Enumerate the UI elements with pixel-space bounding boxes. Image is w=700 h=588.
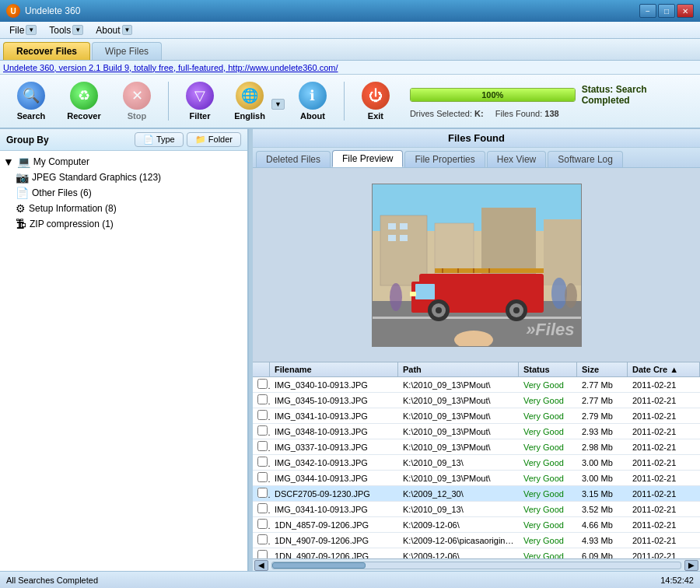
col-header-filename[interactable]: Filename (270, 362, 398, 376)
col-header-status[interactable]: Status (519, 362, 577, 376)
tree-item-zip[interactable]: 🗜 ZIP compression (1) (3, 216, 244, 232)
tree-zip-label: ZIP compression (1) (30, 219, 114, 229)
status-details: Drives Selected: K: Files Found: 138 (410, 109, 694, 118)
about-menu-arrow: ▼ (122, 25, 133, 35)
file-row[interactable]: IMG_0348-10-0913.JPG K:\2010_09_13\PMout… (253, 424, 700, 439)
menu-about[interactable]: About ▼ (89, 23, 138, 37)
file-checkbox-cell (253, 424, 270, 439)
file-list-body[interactable]: IMG_0340-10-0913.JPG K:\2010_09_13\PMout… (253, 377, 700, 558)
file-row[interactable]: 1DN_4907-09-1206.JPG K:\2009-12-06\ Very… (253, 548, 700, 558)
tree-my-computer[interactable]: ▼ 💻 My Computer (3, 154, 244, 170)
menu-tools[interactable]: Tools ▼ (43, 23, 89, 37)
tab-wipe-files[interactable]: Wipe Files (92, 42, 162, 60)
setup-icon: ⚙ (16, 202, 26, 215)
stop-button[interactable]: ✕ Stop (112, 78, 162, 124)
file-row[interactable]: IMG_0344-10-0913.JPG K:\2010_09_13\PMout… (253, 471, 700, 486)
progress-label: 100% (411, 89, 575, 101)
file-size: 4.66 Mb (577, 519, 628, 531)
file-row[interactable]: IMG_0341-10-0913.JPG K:\2010_09_13\PMout… (253, 408, 700, 424)
file-date: 2011-02-21 (628, 519, 700, 531)
main-tab-bar: Recover Files Wipe Files (0, 39, 700, 61)
file-checkbox[interactable] (257, 472, 268, 482)
col-header-date[interactable]: Date Cre ▲ (628, 362, 700, 376)
tab-deleted-files[interactable]: Deleted Files (256, 151, 331, 167)
file-checkbox-cell (253, 486, 270, 501)
tab-file-properties[interactable]: File Properties (404, 151, 485, 167)
file-size: 3.15 Mb (577, 488, 628, 500)
file-row[interactable]: IMG_0340-10-0913.JPG K:\2010_09_13\PMout… (253, 377, 700, 393)
right-tabs: Deleted Files File Preview File Properti… (253, 148, 700, 168)
info-link[interactable]: Undelete 360, version 2.1 Build 9, total… (3, 63, 338, 72)
preview-watermark: »Files (526, 320, 574, 340)
hscroll-right[interactable]: ▶ (684, 560, 698, 571)
file-checkbox[interactable] (257, 379, 268, 389)
english-dropdown-arrow[interactable]: ▼ (271, 99, 285, 110)
file-checkbox[interactable] (257, 519, 268, 529)
menu-file[interactable]: File ▼ (3, 23, 43, 37)
file-checkbox[interactable] (257, 534, 268, 544)
file-checkbox[interactable] (257, 441, 268, 451)
file-checkbox[interactable] (257, 425, 268, 436)
tab-software-log[interactable]: Software Log (548, 151, 623, 167)
file-filename: 1DN_4907-09-1206.JPG (270, 534, 398, 547)
file-row[interactable]: 1DN_4857-09-1206.JPG K:\2009-12-06\ Very… (253, 517, 700, 533)
file-checkbox[interactable] (257, 394, 268, 404)
file-tree[interactable]: ▼ 💻 My Computer 📷 JPEG Standard Graphics… (0, 151, 247, 571)
english-button[interactable]: 🌐 English ▼ (228, 78, 285, 124)
file-checkbox[interactable] (257, 488, 268, 498)
exit-button[interactable]: ⏻ Exit (351, 78, 401, 124)
file-checkbox-cell (253, 377, 270, 392)
svg-rect-7 (400, 223, 408, 229)
tab-hex-view[interactable]: Hex View (487, 151, 546, 167)
file-row[interactable]: 1DN_4907-09-1206.JPG K:\2009-12-06\picas… (253, 533, 700, 548)
col-header-size[interactable]: Size (577, 362, 628, 376)
file-date: 2011-02-21 (628, 550, 700, 559)
file-path: K:\2009-12-06\ (398, 519, 519, 531)
maximize-button[interactable]: □ (658, 4, 675, 18)
group-by-type-button[interactable]: 📄 Type (135, 132, 184, 147)
file-checkbox[interactable] (257, 410, 268, 420)
hscroll-thumb[interactable] (272, 562, 366, 569)
right-panel: Files Found Deleted Files File Preview F… (253, 129, 700, 571)
horizontal-scrollbar[interactable]: ◀ ▶ (253, 558, 700, 571)
tree-item-other[interactable]: 📄 Other Files (6) (3, 185, 244, 201)
tab-file-preview[interactable]: File Preview (332, 150, 403, 167)
file-row[interactable]: IMG_0337-10-0913.JPG K:\2010_09_13\PMout… (253, 439, 700, 455)
search-button[interactable]: 🔍 Search (6, 78, 56, 124)
info-bar: Undelete 360, version 2.1 Build 9, total… (0, 61, 700, 75)
group-by-bar: Group By 📄 Type 📁 Folder (0, 129, 247, 151)
hscroll-left[interactable]: ◀ (254, 560, 268, 571)
file-checkbox[interactable] (257, 457, 268, 467)
file-checkbox[interactable] (257, 503, 268, 513)
tree-item-setup[interactable]: ⚙ Setup Information (8) (3, 201, 244, 216)
tab-recover-files[interactable]: Recover Files (3, 42, 90, 60)
recover-button[interactable]: ♻ Recover (59, 78, 109, 124)
filter-button[interactable]: ▽ Filter (175, 78, 225, 124)
about-button[interactable]: ℹ About (288, 78, 338, 124)
col-header-check[interactable] (253, 362, 270, 376)
tools-menu-arrow: ▼ (72, 25, 83, 35)
file-list-header: Filename Path Status Size Date Cre ▲ (253, 362, 700, 377)
tree-item-jpeg[interactable]: 📷 JPEG Standard Graphics (123) (3, 170, 244, 185)
file-row[interactable]: DSCF2705-09-1230.JPG K:\2009_12_30\ Very… (253, 486, 700, 502)
hscroll-track[interactable] (271, 562, 681, 569)
file-checkbox-cell (253, 533, 270, 548)
file-date: 2011-02-21 (628, 534, 700, 547)
file-path: K:\2010_09_13\PMout\ (398, 379, 519, 391)
file-row[interactable]: IMG_0345-10-0913.JPG K:\2010_09_13\PMout… (253, 393, 700, 408)
file-row[interactable]: IMG_0342-10-0913.JPG K:\2010_09_13\ Very… (253, 455, 700, 471)
file-checkbox[interactable] (257, 550, 268, 558)
minimize-button[interactable]: − (639, 4, 656, 18)
file-filename: IMG_0341-10-0913.JPG (270, 503, 398, 516)
search-label: Search (17, 111, 46, 121)
group-by-folder-button[interactable]: 📁 Folder (187, 132, 241, 147)
file-filename: IMG_0341-10-0913.JPG (270, 410, 398, 422)
close-button[interactable]: ✕ (677, 4, 694, 18)
preview-image-container: »Files (372, 184, 582, 347)
file-row[interactable]: IMG_0341-10-0913.JPG K:\2010_09_13\ Very… (253, 502, 700, 517)
stop-label: Stop (128, 111, 146, 121)
file-date: 2011-02-21 (628, 503, 700, 516)
file-size: 6.09 Mb (577, 550, 628, 559)
col-header-path[interactable]: Path (398, 362, 519, 376)
drives-label: Drives Selected: (410, 109, 472, 118)
